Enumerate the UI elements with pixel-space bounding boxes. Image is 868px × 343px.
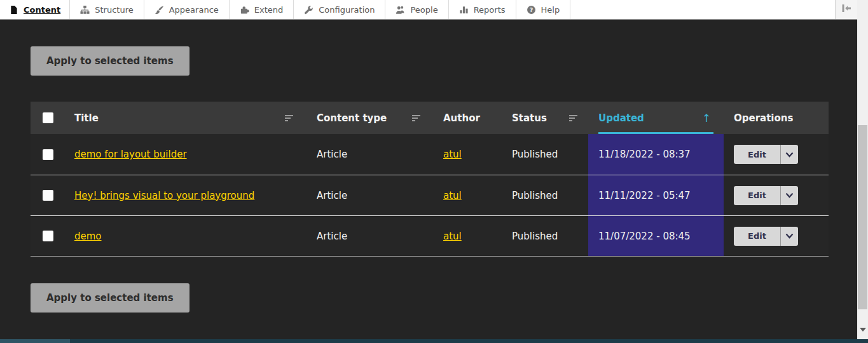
paintbrush-icon <box>155 5 164 15</box>
column-header-title[interactable]: Title <box>70 102 310 134</box>
content-title-link[interactable]: demo <box>74 231 102 242</box>
toolbar-tab-appearance[interactable]: Appearance <box>144 0 230 19</box>
column-header-status[interactable]: Status <box>506 102 588 134</box>
operations-dropdown-toggle[interactable] <box>781 186 798 205</box>
author-cell: atul <box>437 216 506 256</box>
wrench-icon <box>304 5 313 15</box>
sort-icon <box>412 114 421 122</box>
column-header-label: Operations <box>734 112 793 124</box>
updated-timestamp: 11/07/2022 - 08:45 <box>598 231 691 242</box>
file-icon <box>9 5 18 15</box>
operations-dropdown-toggle[interactable] <box>781 145 798 164</box>
toolbar-tab-extend[interactable]: Extend <box>230 0 294 19</box>
updated-cell: 11/07/2022 - 08:45 <box>588 216 724 256</box>
toolbar-tab-label: Reports <box>474 5 506 15</box>
toolbar-tab-label: Extend <box>254 5 284 15</box>
chevron-down-icon <box>785 192 794 198</box>
row-checkbox-cell <box>31 216 70 256</box>
toolbar-tab-content[interactable]: Content <box>0 0 70 19</box>
select-row-checkbox[interactable] <box>43 190 53 201</box>
column-header-label: Status <box>512 112 547 124</box>
select-row-checkbox[interactable] <box>43 149 53 160</box>
column-header-content-type[interactable]: Content type <box>310 102 437 134</box>
header-checkbox-cell <box>31 102 70 134</box>
column-header-label: Author <box>443 112 480 124</box>
collapse-toolbar-button[interactable] <box>835 0 857 19</box>
unpin-arrow-icon <box>841 3 851 16</box>
operations-cell: Edit <box>724 175 829 215</box>
chevron-down-icon <box>785 152 794 158</box>
sort-icon <box>569 114 578 122</box>
operations-split-button: Edit <box>734 227 798 246</box>
toolbar-tab-configuration[interactable]: Configuration <box>294 0 385 19</box>
author-cell: atul <box>437 134 506 175</box>
scroll-down-arrow-icon[interactable] <box>860 328 866 332</box>
horizontal-scrollbar[interactable] <box>0 339 868 343</box>
status-cell: Published <box>506 134 588 175</box>
author-link[interactable]: atul <box>443 231 462 242</box>
people-icon <box>396 5 405 15</box>
column-header-label: Updated <box>598 112 644 124</box>
help-icon: ? <box>527 5 536 15</box>
operations-split-button: Edit <box>734 145 798 164</box>
horizontal-scrollbar-thumb[interactable] <box>0 339 70 343</box>
column-header-author: Author <box>437 102 506 134</box>
sitemap-icon <box>80 5 90 15</box>
content-title-link[interactable]: demo for layout builder <box>74 149 187 160</box>
edit-button[interactable]: Edit <box>734 227 780 246</box>
sort-icon <box>285 114 294 122</box>
operations-cell: Edit <box>724 216 829 256</box>
toolbar-tab-structure[interactable]: Structure <box>70 0 144 19</box>
title-cell: demo <box>70 216 310 256</box>
status-cell: Published <box>506 175 588 215</box>
toolbar-tab-label: Appearance <box>169 5 219 15</box>
author-link[interactable]: atul <box>443 149 462 160</box>
operations-dropdown-toggle[interactable] <box>781 227 798 246</box>
vertical-scrollbar[interactable] <box>857 0 868 339</box>
table-row: demo Article atul Published 11/07/2022 -… <box>31 215 829 256</box>
select-all-checkbox[interactable] <box>43 112 53 123</box>
content-type-cell: Article <box>310 175 437 215</box>
table-body: demo for layout builder Article atul Pub… <box>31 134 829 257</box>
author-cell: atul <box>437 175 506 215</box>
toolbar-tab-people[interactable]: People <box>385 0 448 19</box>
toolbar-tab-label: People <box>410 5 437 15</box>
row-checkbox-cell <box>31 134 70 175</box>
edit-button[interactable]: Edit <box>734 186 780 205</box>
operations-split-button: Edit <box>734 186 798 205</box>
updated-cell: 11/18/2022 - 08:37 <box>588 134 724 175</box>
column-header-label: Title <box>74 112 99 124</box>
puzzle-icon <box>240 5 249 15</box>
column-header-operations: Operations <box>724 102 829 134</box>
content-type-cell: Article <box>310 134 437 175</box>
toolbar-tab-help[interactable]: ? Help <box>516 0 571 19</box>
operations-cell: Edit <box>724 134 829 175</box>
updated-timestamp: 11/11/2022 - 05:47 <box>598 190 691 201</box>
chevron-down-icon <box>785 233 794 239</box>
table-header-row: Title Content type Author Status <box>31 102 829 134</box>
title-cell: Hey! brings visual to your playground <box>70 175 310 215</box>
row-checkbox-cell <box>31 175 70 215</box>
vertical-scrollbar-thumb[interactable] <box>858 125 867 309</box>
updated-timestamp: 11/18/2022 - 08:37 <box>598 149 691 160</box>
bar-chart-icon <box>459 5 469 15</box>
toolbar-tab-label: Content <box>24 5 60 15</box>
table-row: demo for layout builder Article atul Pub… <box>31 134 829 175</box>
sort-ascending-arrow-icon: ↑ <box>702 112 711 124</box>
column-header-label: Content type <box>317 112 387 124</box>
toolbar-tab-reports[interactable]: Reports <box>449 0 516 19</box>
apply-to-selected-items-button-top[interactable]: Apply to selected items <box>31 46 189 76</box>
title-cell: demo for layout builder <box>70 134 310 175</box>
apply-to-selected-items-button-bottom[interactable]: Apply to selected items <box>31 283 189 313</box>
toolbar-tab-label: Configuration <box>319 5 375 15</box>
content-type-cell: Article <box>310 216 437 256</box>
content-title-link[interactable]: Hey! brings visual to your playground <box>74 190 254 201</box>
admin-toolbar: Content Structure Appearance <box>0 0 857 20</box>
edit-button[interactable]: Edit <box>734 145 780 164</box>
table-row: Hey! brings visual to your playground Ar… <box>31 175 829 215</box>
toolbar-tab-label: Help <box>541 5 560 15</box>
select-row-checkbox[interactable] <box>43 231 53 241</box>
author-link[interactable]: atul <box>443 190 462 201</box>
column-header-updated-sorted[interactable]: Updated ↑ <box>588 102 724 134</box>
updated-cell: 11/11/2022 - 05:47 <box>588 175 724 215</box>
